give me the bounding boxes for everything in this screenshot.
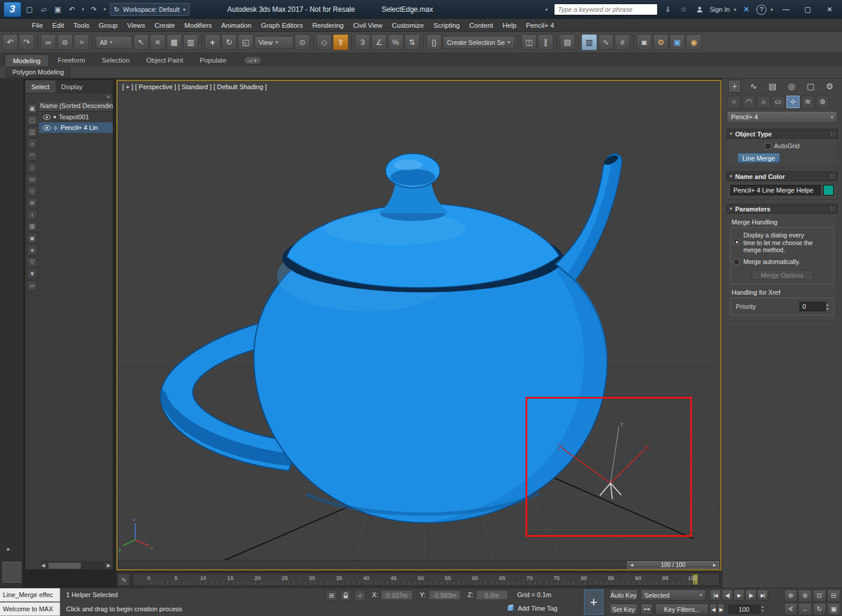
select-object-button[interactable]: ↖: [133, 34, 149, 50]
maxscript-listener-tab[interactable]: Line_Merge effec: [0, 588, 60, 602]
menu-group[interactable]: Group: [94, 22, 122, 29]
ribbon-tab-selection[interactable]: Selection: [94, 54, 137, 66]
menu-modifiers[interactable]: Modifiers: [180, 22, 217, 29]
current-frame-field[interactable]: 100: [727, 604, 761, 614]
undo-button[interactable]: ↶: [2, 34, 18, 50]
frame-spinner[interactable]: ▴ ▾: [762, 604, 763, 612]
select-and-manipulate-button[interactable]: ◇: [316, 34, 332, 50]
layer-manager-button[interactable]: ▤: [560, 34, 575, 50]
timeline-ruler[interactable]: 0 5 10 15 20 25 30 35 40 45 50 55 60 65 …: [132, 573, 720, 586]
window-crossing-button[interactable]: ▥: [183, 34, 198, 50]
pan-zoom-mode-button[interactable]: +: [584, 589, 603, 615]
show-helpers-toggle[interactable]: ⊹: [27, 186, 37, 196]
select-and-rotate-button[interactable]: ↻: [221, 34, 237, 50]
select-and-scale-button[interactable]: ◱: [238, 34, 253, 50]
field-of-view-button[interactable]: ∢: [784, 603, 797, 615]
hierarchy-tab[interactable]: ▤: [766, 80, 779, 93]
show-geometry-toggle[interactable]: ○: [27, 139, 37, 149]
close-button[interactable]: ✕: [821, 3, 838, 16]
help-dropdown-icon[interactable]: ▾: [771, 7, 773, 12]
list-item-teapot001[interactable]: ● Teapot001: [39, 112, 113, 122]
spinner-snap-button[interactable]: ⇅: [404, 34, 420, 50]
search-history-icon[interactable]: ▸: [544, 3, 550, 16]
show-lights-toggle[interactable]: ☼: [27, 162, 37, 172]
macro-recorder-tab[interactable]: Welcome to MAX: [0, 602, 60, 616]
filter-combinations-button[interactable]: ▽: [27, 257, 37, 267]
display-tab[interactable]: ▢: [804, 80, 817, 93]
show-bones-toggle[interactable]: ≀: [27, 210, 37, 220]
mini-curve-editor-button[interactable]: ∿: [118, 573, 130, 586]
object-class-dropdown[interactable]: Pencil+ 4 ▾: [727, 111, 837, 123]
helpers-category-button[interactable]: ⊹: [786, 96, 799, 108]
parameters-rollout-header[interactable]: ▾ Parameters ∷: [726, 204, 838, 214]
render-setup-button[interactable]: ⚙: [653, 34, 668, 50]
spacewarps-category-button[interactable]: ≋: [801, 96, 814, 108]
key-filters-button[interactable]: Key Filters...: [655, 604, 709, 615]
priority-field[interactable]: 0: [799, 302, 825, 311]
render-production-button[interactable]: ◉: [686, 34, 701, 50]
select-by-name-button[interactable]: ≡: [150, 34, 165, 50]
priority-spinner[interactable]: ▴ ▾: [827, 302, 828, 311]
object-color-swatch[interactable]: [823, 185, 834, 195]
menu-rendering[interactable]: Rendering: [308, 22, 348, 29]
select-invert-button[interactable]: ◫: [27, 127, 37, 137]
next-frame-button[interactable]: |▶: [745, 589, 756, 601]
scrollbar-thumb[interactable]: [48, 563, 81, 569]
minimize-button[interactable]: —: [777, 3, 795, 16]
menu-animation[interactable]: Animation: [217, 22, 256, 29]
selection-lock-icon[interactable]: [340, 590, 351, 601]
previous-frame-button[interactable]: ◀|: [722, 589, 733, 601]
scroll-right-icon[interactable]: ▶: [105, 562, 113, 570]
scroll-left-icon[interactable]: ◀: [39, 562, 47, 570]
show-cameras-toggle[interactable]: ▭: [27, 174, 37, 184]
zoom-region-button[interactable]: ⊟: [827, 589, 840, 602]
angle-snap-button[interactable]: ∠: [371, 34, 387, 50]
line-merge-button[interactable]: Line Merge: [737, 153, 780, 163]
dock-expand-icon[interactable]: ▸: [7, 545, 11, 553]
systems-category-button[interactable]: ⊛: [816, 96, 829, 108]
curve-editor-button[interactable]: ∿: [598, 34, 613, 50]
go-to-end-button[interactable]: ▶|: [757, 589, 768, 601]
user-avatar-icon[interactable]: [694, 3, 706, 16]
explorer-tab-select[interactable]: Select: [25, 80, 56, 93]
play-button[interactable]: ▶: [733, 589, 745, 601]
add-time-tag[interactable]: Add Time Tag: [507, 604, 557, 612]
selection-region-button[interactable]: ▦: [167, 34, 182, 50]
percent-snap-button[interactable]: %: [388, 34, 403, 50]
y-coordinate-field[interactable]: -0.583m: [429, 590, 461, 600]
eye-icon[interactable]: [43, 125, 51, 131]
previous-key-icon[interactable]: ◀: [710, 604, 717, 615]
select-all-button[interactable]: ▣: [27, 103, 37, 113]
maximize-viewport-toggle[interactable]: ▣: [827, 603, 840, 615]
merge-auto-radio[interactable]: [733, 259, 740, 265]
modify-tab[interactable]: ∿: [747, 80, 760, 93]
docked-panel-chip[interactable]: [2, 562, 21, 583]
pan-view-button[interactable]: ⇔: [798, 603, 811, 615]
redo-dropdown-icon[interactable]: ▾: [102, 3, 107, 16]
bind-to-space-warp-button[interactable]: ≈: [74, 34, 89, 50]
show-spacewarps-toggle[interactable]: ≋: [27, 198, 37, 208]
x-coordinate-field[interactable]: 0.337m: [381, 590, 413, 600]
new-folder-button[interactable]: ▱: [27, 281, 37, 291]
redo-button[interactable]: ↷: [19, 34, 34, 50]
help-icon[interactable]: ?: [756, 5, 766, 15]
autogrid-checkbox[interactable]: [765, 143, 771, 149]
menu-help[interactable]: Help: [498, 22, 521, 29]
next-frame-icon[interactable]: ▶: [713, 563, 716, 568]
time-slider-handle[interactable]: ◀ 100 / 100 ▶: [627, 561, 719, 569]
spin-up-icon[interactable]: ▴: [762, 604, 763, 608]
favorites-star-icon[interactable]: ☆: [678, 3, 690, 16]
menu-pencil4[interactable]: Pencil+ 4: [521, 22, 559, 29]
perspective-viewport[interactable]: [ + ] [ Perspective ] [ Standard ] [ Def…: [116, 80, 722, 571]
orbit-button[interactable]: ↻: [813, 603, 826, 615]
time-slider-track[interactable]: ◀ 100 / 100 ▶: [118, 560, 720, 569]
3ds-max-logo-icon[interactable]: 3: [4, 2, 21, 17]
menu-graph-editors[interactable]: Graph Editors: [256, 22, 308, 29]
selection-lock-grid-icon[interactable]: ⊞: [326, 590, 337, 601]
show-shapes-toggle[interactable]: ◠: [27, 151, 37, 161]
merge-dialog-radio[interactable]: [733, 239, 740, 245]
next-key-icon[interactable]: ▶: [717, 604, 724, 615]
create-tab[interactable]: +: [728, 80, 741, 93]
unlink-selection-button[interactable]: ⊘: [57, 34, 73, 50]
animation-selection-dropdown[interactable]: Selected ▾: [641, 589, 706, 601]
